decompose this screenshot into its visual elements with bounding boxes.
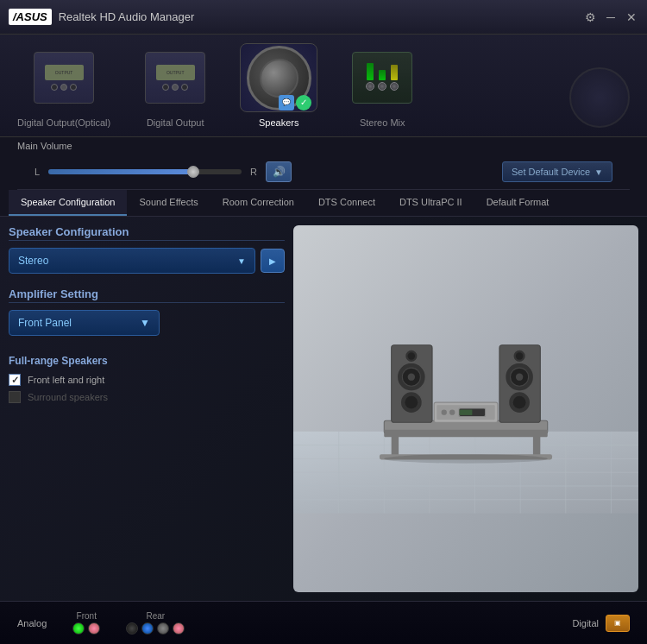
status-bar: Analog Front Rear Digital ▣: [0, 601, 647, 644]
speaker-config-section: Speaker Configuration Stereo ▼ ▶: [9, 225, 285, 274]
device-speakers[interactable]: 💬 ✓ Speakers: [240, 43, 317, 128]
check-icon: ✓: [296, 95, 311, 110]
speaker-config-title: Speaker Configuration: [9, 225, 285, 241]
recorder-icon-2: OUTPUT: [145, 52, 205, 104]
vol-l-label: L: [35, 167, 40, 177]
amplifier-dropdown[interactable]: Front Panel ▼: [9, 310, 160, 336]
volume-main-label: Main Volume: [17, 141, 630, 151]
left-panel: Speaker Configuration Stereo ▼ ▶ Amplifi…: [9, 225, 285, 592]
mixer-bars: [366, 65, 399, 91]
speaker-config-dropdown[interactable]: Stereo ▼: [9, 248, 255, 274]
svg-point-21: [408, 373, 415, 380]
bar-yellow-3: [391, 65, 398, 80]
amplifier-title: Amplifier Setting: [9, 287, 285, 303]
recorder-buttons-2: [162, 84, 188, 91]
device-icon-wrap: OUTPUT: [25, 43, 103, 112]
svg-point-36: [442, 410, 447, 415]
volume-section-wrap: Main Volume L R 🔊 Set Default Device ▼: [0, 137, 647, 190]
recorder-screen: OUTPUT: [45, 65, 84, 80]
speaker-config-value: Stereo: [18, 255, 48, 267]
svg-rect-40: [460, 410, 473, 415]
speaker-config-arrow: ▼: [237, 256, 246, 266]
device-digital-output[interactable]: OUTPUT Digital Output: [136, 43, 214, 128]
volume-thumb[interactable]: [187, 166, 199, 178]
rec-btn-3: [70, 84, 77, 91]
checkbox-surround[interactable]: [9, 391, 21, 403]
tab-dts-ultrapc[interactable]: DTS UltraPC II: [387, 190, 474, 216]
device-row: OUTPUT Digital Output(Optical) OUTPUT: [0, 35, 647, 137]
volume-slider[interactable]: [48, 169, 242, 174]
device-digital-optical[interactable]: OUTPUT Digital Output(Optical): [17, 43, 110, 128]
digital-port-icon: ▣: [614, 619, 621, 627]
config-dropdown-row: Stereo ▼ ▶: [9, 248, 285, 274]
tabs-row: Speaker Configuration Sound Effects Room…: [0, 190, 647, 217]
rear-dot-gray[interactable]: [157, 622, 169, 635]
tab-default-format[interactable]: Default Format: [474, 190, 562, 216]
decorative-circle: [569, 67, 630, 128]
svg-point-23: [408, 352, 415, 359]
tab-dts-connect[interactable]: DTS Connect: [306, 190, 387, 216]
app-title: Realtek HD Audio Manager: [59, 10, 195, 23]
rec-btn-2: [60, 84, 67, 91]
front-status-group: Front: [72, 611, 100, 635]
mixer-knob-3: [390, 82, 399, 91]
tab-sound-effects[interactable]: Sound Effects: [127, 190, 210, 216]
bar-green-1: [367, 63, 374, 80]
tab-room-correction[interactable]: Room Correction: [210, 190, 306, 216]
set-default-device-button[interactable]: Set Default Device ▼: [502, 161, 612, 182]
device-label-speakers: Speakers: [259, 117, 298, 128]
device-icon-wrap-speakers: 💬 ✓: [240, 43, 317, 112]
svg-point-41: [384, 454, 547, 464]
front-dot-pink[interactable]: [88, 622, 100, 635]
active-badge: 💬 ✓: [279, 95, 311, 110]
rear-dot-black[interactable]: [126, 622, 138, 635]
front-dots: [72, 622, 100, 635]
settings-icon[interactable]: ⚙: [583, 10, 597, 24]
front-dot-green[interactable]: [72, 622, 85, 635]
mixer-bar-1: [366, 63, 374, 91]
checkbox-label-front: Front left and right: [28, 375, 104, 385]
volume-fill: [48, 169, 193, 174]
fullrange-title: Full-range Speakers: [9, 355, 285, 367]
vol-r-label: R: [250, 167, 257, 177]
device-label-optical: Digital Output(Optical): [17, 117, 110, 128]
mixer-knob-1: [366, 82, 374, 91]
title-bar: /ASUS Realtek HD Audio Manager ⚙ ─ ✕: [0, 0, 647, 35]
svg-rect-16: [533, 433, 540, 456]
amplifier-value: Front Panel: [18, 317, 72, 329]
checkbox-front-lr[interactable]: [9, 374, 21, 386]
svg-rect-14: [384, 430, 547, 437]
recorder-buttons: [51, 84, 77, 91]
rec-btn-4: [162, 84, 169, 91]
minimize-button[interactable]: ─: [604, 10, 618, 24]
asus-logo: /ASUS: [9, 9, 52, 25]
svg-point-29: [516, 373, 523, 380]
volume-section: L R 🔊 Set Default Device ▼: [17, 155, 630, 190]
tab-speaker-configuration[interactable]: Speaker Configuration: [9, 190, 127, 216]
digital-icon: ▣: [606, 615, 630, 632]
device-label-stereo: Stereo Mix: [360, 117, 405, 128]
dropdown-arrow-icon: ▼: [594, 167, 603, 177]
close-button[interactable]: ✕: [625, 10, 638, 24]
rear-dot-pink[interactable]: [173, 622, 185, 635]
amplifier-arrow: ▼: [140, 317, 150, 329]
default-device-label: Set Default Device: [512, 167, 590, 177]
svg-point-33: [513, 396, 526, 409]
digital-status: Digital ▣: [572, 615, 630, 632]
play-icon: ▶: [269, 256, 276, 266]
speaker-icon-container: 💬 ✓: [247, 46, 311, 110]
app-logo-area: /ASUS Realtek HD Audio Manager: [9, 9, 583, 25]
play-button[interactable]: ▶: [261, 249, 285, 273]
mixer-icon: [352, 52, 412, 104]
rec-btn-5: [172, 84, 179, 91]
checkbox-row-surround: Surround speakers: [9, 391, 285, 403]
analog-label: Analog: [17, 618, 47, 628]
mixer-bar-3: [390, 65, 399, 91]
mute-icon: 🔊: [273, 166, 286, 178]
mute-button[interactable]: 🔊: [266, 161, 292, 182]
device-icon-wrap-2: OUTPUT: [136, 43, 214, 112]
device-stereo-mix[interactable]: Stereo Mix: [343, 43, 421, 128]
rear-dot-blue[interactable]: [141, 622, 154, 635]
device-icon-wrap-mixer: [343, 43, 421, 112]
recorder-screen-2: OUTPUT: [156, 65, 195, 80]
